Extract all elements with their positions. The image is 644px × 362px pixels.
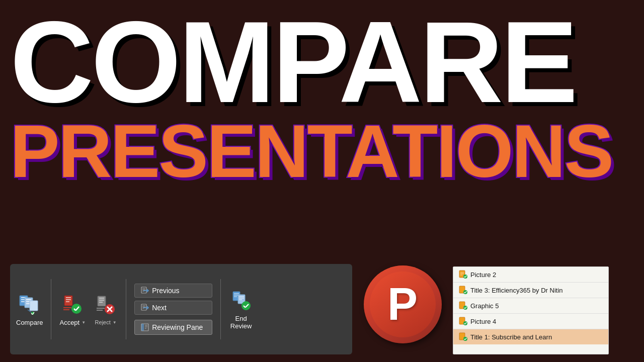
accept-dropdown-arrow: ▼ [82,320,86,325]
svg-rect-24 [99,300,104,301]
svg-rect-23 [99,298,104,299]
compare-group[interactable]: Compare [16,293,43,326]
ppt-logo-circle: P [364,265,442,343]
item-icon-1 [458,270,467,279]
reject-dropdown-arrow: ▼ [113,320,117,325]
list-item[interactable]: Picture 4 [453,314,608,329]
end-review-label: End Review [230,315,252,330]
svg-rect-15 [66,299,71,300]
svg-rect-14 [66,297,71,298]
list-item[interactable]: Graphic 5 [453,298,608,314]
item-text-1: Picture 2 [470,271,496,279]
reviewing-pane-label: Reviewing Pane [152,323,203,331]
ppt-letter: P [387,279,418,330]
svg-point-54 [242,301,251,310]
svg-rect-7 [26,303,30,304]
item-icon-3 [458,301,467,310]
accept-icon [60,293,85,317]
accept-group[interactable]: Accept ▼ [59,293,86,326]
reject-icon [94,293,118,317]
next-button[interactable]: Next [134,301,212,315]
end-review-group[interactable]: End Review [229,289,253,330]
divider-1 [51,279,51,339]
reject-group[interactable]: Reject ▼ [94,293,118,325]
divider-2 [126,279,126,339]
review-pane: Picture 2 Title 3: Efficiency365 by Dr N… [453,266,609,354]
item-icon-5 [458,332,467,341]
item-text-3: Graphic 5 [470,302,499,310]
title-compare: COMPARE [10,10,634,114]
previous-button[interactable]: Previous [134,284,212,298]
previous-icon [141,287,149,295]
powerpoint-logo: P [362,264,443,344]
reviewing-pane-icon [141,323,149,331]
title-area: COMPARE PRESENTATIONS [10,10,634,189]
list-item[interactable]: Picture 2 [453,267,608,283]
accept-label: Accept [59,319,79,326]
svg-rect-42 [141,324,144,331]
item-icon-4 [458,317,467,326]
compare-icon [18,293,42,317]
compare-label: Compare [16,319,43,326]
svg-rect-5 [26,299,31,300]
svg-rect-25 [99,302,103,303]
svg-rect-3 [21,301,25,302]
list-item-selected[interactable]: Title 1: Subscribe and Learn [453,329,608,344]
item-icon-2 [458,286,467,295]
item-text-5: Title 1: Subscribe and Learn [470,333,552,341]
title-presentations: PRESENTATIONS [10,114,634,189]
bottom-panel: Compare Accept ▼ [0,256,644,362]
previous-label: Previous [152,287,179,295]
reviewing-pane-button[interactable]: Reviewing Pane [134,320,212,335]
ribbon-panel: Compare Accept ▼ [10,264,352,354]
next-icon [141,304,149,312]
svg-rect-16 [66,301,69,302]
divider-3 [220,279,221,339]
list-item[interactable]: Title 3: Efficiency365 by Dr Nitin [453,283,608,298]
svg-rect-8 [30,301,38,311]
item-text-4: Picture 4 [470,318,496,325]
end-review-icon [229,289,253,313]
reject-label: Reject [95,319,111,325]
next-label: Next [152,304,167,312]
item-text-2: Title 3: Efficiency365 by Dr Nitin [470,287,563,294]
